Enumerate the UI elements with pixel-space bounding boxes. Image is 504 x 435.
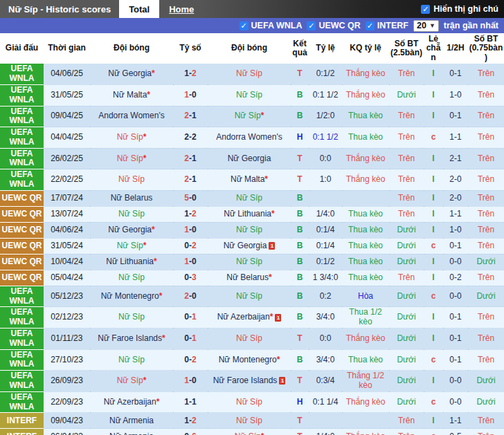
match-row: UEWC QR05/04/24Nữ Síp0-3Nữ Belarus*B1 3/… <box>0 270 504 286</box>
home-score: 5 <box>184 193 189 203</box>
odds-result-cell: Thắng kèo <box>342 429 389 435</box>
odd-even-cell: l <box>424 84 443 106</box>
score-cell: 1-0 <box>173 222 208 238</box>
column-header-6: Tỷ lệ <box>309 33 342 64</box>
odd-even-cell: c <box>424 127 443 149</box>
over-under-2-5-cell: Dưới <box>389 307 424 328</box>
away-team-cell: Nữ Síp <box>208 391 291 413</box>
star-icon: * <box>152 68 155 78</box>
date-cell: 01/11/23 <box>44 328 90 350</box>
away-score: 3 <box>192 272 197 282</box>
star-icon: * <box>269 272 272 282</box>
odds-cell: 0:1/4 <box>309 222 342 238</box>
red-card-icon: 1 <box>275 314 281 322</box>
away-team-name: Nữ Faroe Islands <box>213 376 278 385</box>
odds-result-cell: Thua kèo <box>342 127 389 149</box>
column-header-7: KQ tỷ lệ <box>342 33 389 64</box>
date-cell: 27/10/23 <box>44 349 90 371</box>
home-score: 2 <box>184 154 189 163</box>
odd-even-cell: l <box>424 222 443 238</box>
away-team-cell: Nữ Síp* <box>208 106 291 127</box>
odd-even-cell: l <box>424 328 443 350</box>
uewc-qr-checkbox[interactable]: ✓ <box>307 21 316 30</box>
away-score: 0 <box>192 291 197 301</box>
tab-home[interactable]: Home <box>159 0 204 18</box>
match-row: UEWC QR13/07/24Nữ Síp1-2Nữ Lithuania*B1/… <box>0 206 504 222</box>
match-row: UEWC QR04/06/24Nữ Georgia*1-0Nữ SípB0:1/… <box>0 222 504 238</box>
away-score: 1 <box>192 312 197 322</box>
interf-label: INTERF <box>377 21 408 30</box>
away-team-name: Nữ Síp <box>236 291 262 301</box>
over-under-2-5-cell: Dưới <box>389 84 424 106</box>
match-row: UEFA WNLA01/11/23Nữ Faroe Islands*0-1Nữ … <box>0 328 504 350</box>
page-title: Nữ Síp - Historic scores <box>0 4 119 15</box>
result-cell: T <box>291 429 309 435</box>
match-count-suffix: trận gần nhất <box>444 21 498 30</box>
show-notes-label: Hiển thị ghi chú <box>433 4 498 14</box>
odds-result-cell: Thắng kèo <box>342 391 389 413</box>
odd-even-cell: l <box>424 148 443 169</box>
home-team-name: Nữ Síp <box>118 312 145 322</box>
column-header-9: Lẻ chẵn <box>424 33 443 64</box>
over-under-0-75-cell: Dưới <box>468 391 504 413</box>
away-team-name: Nữ Síp <box>236 225 262 234</box>
away-team-cell: Andorra Women's <box>208 127 291 149</box>
home-score: 2 <box>184 111 189 120</box>
away-team-name: Nữ Lithuania <box>224 209 271 219</box>
over-under-0-75-cell: Trên <box>468 429 504 435</box>
half-score-cell: 0-1 <box>443 238 468 254</box>
result-cell: B <box>291 349 309 371</box>
league-cell: UEFA WNLA <box>0 169 44 191</box>
odds-cell: 3/4:0 <box>309 349 342 371</box>
odd-even-cell: l <box>424 106 443 127</box>
over-under-2-5-cell: Dưới <box>389 238 424 254</box>
red-card-icon: 1 <box>269 242 275 250</box>
date-cell: 05/04/24 <box>44 270 90 286</box>
odds-cell: 1:0 <box>309 169 342 191</box>
league-cell: INTERF <box>0 413 44 429</box>
star-icon: * <box>271 209 275 219</box>
away-team-name: Nữ Azerbaijan <box>217 312 270 322</box>
score-cell: 2-1 <box>173 169 208 191</box>
over-under-0-75-cell: Trên <box>468 148 504 169</box>
interf-checkbox[interactable]: ✓ <box>366 21 375 30</box>
show-notes-checkbox[interactable]: ✓ <box>421 5 430 14</box>
over-under-2-5-cell: Trên <box>389 127 424 149</box>
over-under-0-75-cell: Trên <box>468 328 504 350</box>
away-score: 1 <box>192 397 197 407</box>
away-team-name: Nữ Síp <box>236 193 262 203</box>
home-score: 1 <box>184 90 189 100</box>
match-count-select[interactable]: 20 ▼ <box>413 20 439 32</box>
column-header-10: 1/2H <box>443 33 468 64</box>
half-score-cell: 0-0 <box>443 254 468 270</box>
odds-cell: 0:2 <box>309 286 342 307</box>
odds-cell: 1/4:0 <box>309 206 342 222</box>
away-team-name: Nữ Georgia <box>228 154 271 163</box>
star-icon: * <box>143 241 147 250</box>
league-cell: UEFA WNLA <box>0 127 44 149</box>
odds-cell: 1 3/4:0 <box>309 270 342 286</box>
league-cell: UEWC QR <box>0 238 44 254</box>
odd-even-cell: c <box>424 429 443 435</box>
uefa-wnla-checkbox[interactable]: ✓ <box>240 21 249 30</box>
odd-even-cell: l <box>424 254 443 270</box>
home-team-cell: Andorra Women's <box>90 106 173 127</box>
odds-cell: 0:0 <box>309 148 342 169</box>
home-team-name: Nữ Síp <box>117 241 143 250</box>
half-score-cell: 1-0 <box>443 84 468 106</box>
result-cell: B <box>291 106 309 127</box>
home-team-cell: Nữ Georgia* <box>90 222 173 238</box>
match-row: UEFA WNLA31/05/25Nữ Malta*1-0Nữ SípB0:1 … <box>0 84 504 106</box>
score-cell: 0-2 <box>173 238 208 254</box>
away-score: 0 <box>192 376 197 385</box>
odd-even-cell: l <box>424 190 443 206</box>
odds-cell: 0:1 1/4 <box>309 391 342 413</box>
away-team-name: Nữ Georgia <box>224 241 267 250</box>
tab-total[interactable]: Total <box>119 0 159 18</box>
league-cell: UEWC QR <box>0 254 44 270</box>
home-team-name: Nữ Faroe Islands <box>98 333 162 343</box>
odds-cell: 1/4:0 <box>309 429 342 435</box>
over-under-2-5-cell: Dưới <box>389 254 424 270</box>
date-cell: 10/04/24 <box>44 254 90 270</box>
home-score: 2 <box>184 132 189 142</box>
